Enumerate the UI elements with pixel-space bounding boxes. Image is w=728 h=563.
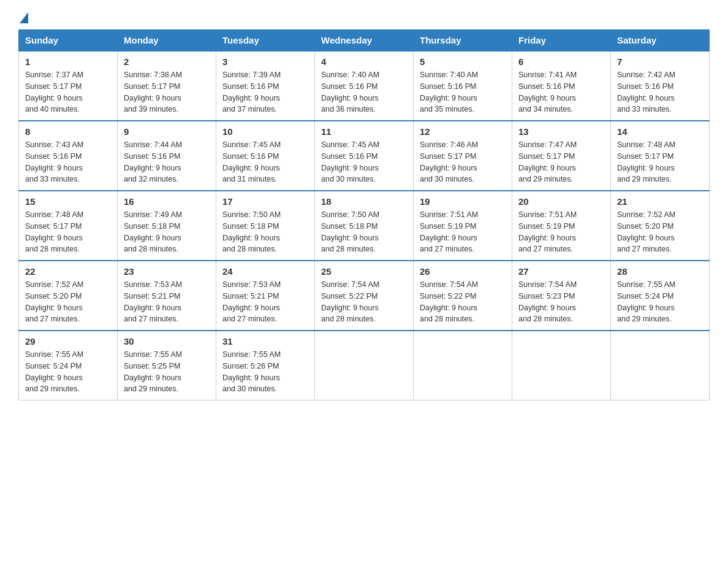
- day-info: Sunrise: 7:38 AMSunset: 5:17 PMDaylight:…: [124, 69, 210, 115]
- calendar-cell: 28 Sunrise: 7:55 AMSunset: 5:24 PMDaylig…: [611, 261, 710, 331]
- calendar-cell: 16 Sunrise: 7:49 AMSunset: 5:18 PMDaylig…: [118, 191, 216, 261]
- day-info: Sunrise: 7:41 AMSunset: 5:16 PMDaylight:…: [518, 69, 604, 115]
- day-info: Sunrise: 7:54 AMSunset: 5:22 PMDaylight:…: [420, 279, 506, 325]
- day-number: 6: [518, 56, 604, 67]
- day-number: 15: [25, 196, 111, 207]
- day-info: Sunrise: 7:42 AMSunset: 5:16 PMDaylight:…: [617, 69, 703, 115]
- day-info: Sunrise: 7:52 AMSunset: 5:20 PMDaylight:…: [25, 279, 111, 325]
- day-number: 5: [420, 56, 506, 67]
- day-number: 28: [617, 266, 703, 277]
- day-number: 19: [420, 196, 506, 207]
- calendar-cell: 19 Sunrise: 7:51 AMSunset: 5:19 PMDaylig…: [414, 191, 512, 261]
- calendar-cell: 18 Sunrise: 7:50 AMSunset: 5:18 PMDaylig…: [315, 191, 414, 261]
- day-number: 12: [420, 126, 506, 137]
- day-info: Sunrise: 7:52 AMSunset: 5:20 PMDaylight:…: [617, 209, 703, 255]
- calendar-cell: 30 Sunrise: 7:55 AMSunset: 5:25 PMDaylig…: [118, 331, 216, 400]
- day-number: 16: [124, 196, 210, 207]
- day-info: Sunrise: 7:51 AMSunset: 5:19 PMDaylight:…: [518, 209, 604, 255]
- day-number: 8: [25, 126, 111, 137]
- weekday-header-sunday: Sunday: [19, 30, 118, 52]
- day-info: Sunrise: 7:50 AMSunset: 5:18 PMDaylight:…: [321, 209, 407, 255]
- weekday-header-saturday: Saturday: [611, 30, 710, 52]
- calendar-cell: 11 Sunrise: 7:45 AMSunset: 5:16 PMDaylig…: [315, 121, 414, 191]
- calendar-cell: 13 Sunrise: 7:47 AMSunset: 5:17 PMDaylig…: [512, 121, 611, 191]
- calendar-table: SundayMondayTuesdayWednesdayThursdayFrid…: [18, 29, 710, 400]
- calendar-cell: 8 Sunrise: 7:43 AMSunset: 5:16 PMDayligh…: [19, 121, 118, 191]
- day-info: Sunrise: 7:55 AMSunset: 5:24 PMDaylight:…: [25, 349, 111, 395]
- day-info: Sunrise: 7:55 AMSunset: 5:25 PMDaylight:…: [124, 349, 210, 395]
- day-number: 9: [124, 126, 210, 137]
- calendar-cell: 3 Sunrise: 7:39 AMSunset: 5:16 PMDayligh…: [216, 51, 315, 121]
- calendar-cell: [414, 331, 512, 400]
- weekday-header-tuesday: Tuesday: [216, 30, 315, 52]
- day-number: 11: [321, 126, 407, 137]
- day-number: 13: [518, 126, 604, 137]
- day-info: Sunrise: 7:54 AMSunset: 5:22 PMDaylight:…: [321, 279, 407, 325]
- calendar-cell: 25 Sunrise: 7:54 AMSunset: 5:22 PMDaylig…: [315, 261, 414, 331]
- day-info: Sunrise: 7:45 AMSunset: 5:16 PMDaylight:…: [222, 139, 308, 185]
- week-row-4: 22 Sunrise: 7:52 AMSunset: 5:20 PMDaylig…: [19, 261, 710, 331]
- calendar-cell: 26 Sunrise: 7:54 AMSunset: 5:22 PMDaylig…: [414, 261, 512, 331]
- weekday-header-monday: Monday: [118, 30, 216, 52]
- day-info: Sunrise: 7:54 AMSunset: 5:23 PMDaylight:…: [518, 279, 604, 325]
- calendar-cell: 1 Sunrise: 7:37 AMSunset: 5:17 PMDayligh…: [19, 51, 118, 121]
- calendar-cell: [611, 331, 710, 400]
- day-number: 18: [321, 196, 407, 207]
- day-number: 10: [222, 126, 308, 137]
- logo-triangle-icon: [20, 12, 28, 23]
- weekday-header-wednesday: Wednesday: [315, 30, 414, 52]
- week-row-5: 29 Sunrise: 7:55 AMSunset: 5:24 PMDaylig…: [19, 331, 710, 400]
- day-number: 22: [25, 266, 111, 277]
- day-info: Sunrise: 7:39 AMSunset: 5:16 PMDaylight:…: [222, 69, 308, 115]
- weekday-header-row: SundayMondayTuesdayWednesdayThursdayFrid…: [19, 30, 710, 52]
- calendar-cell: 24 Sunrise: 7:53 AMSunset: 5:21 PMDaylig…: [216, 261, 315, 331]
- calendar-cell: 14 Sunrise: 7:48 AMSunset: 5:17 PMDaylig…: [611, 121, 710, 191]
- weekday-header-thursday: Thursday: [414, 30, 512, 52]
- week-row-1: 1 Sunrise: 7:37 AMSunset: 5:17 PMDayligh…: [19, 51, 710, 121]
- week-row-2: 8 Sunrise: 7:43 AMSunset: 5:16 PMDayligh…: [19, 121, 710, 191]
- day-number: 1: [25, 56, 111, 67]
- calendar-cell: 5 Sunrise: 7:40 AMSunset: 5:16 PMDayligh…: [414, 51, 512, 121]
- calendar-cell: 20 Sunrise: 7:51 AMSunset: 5:19 PMDaylig…: [512, 191, 611, 261]
- day-info: Sunrise: 7:44 AMSunset: 5:16 PMDaylight:…: [124, 139, 210, 185]
- calendar-cell: [512, 331, 611, 400]
- day-number: 29: [25, 336, 111, 347]
- calendar-cell: 27 Sunrise: 7:54 AMSunset: 5:23 PMDaylig…: [512, 261, 611, 331]
- day-number: 2: [124, 56, 210, 67]
- day-info: Sunrise: 7:48 AMSunset: 5:17 PMDaylight:…: [25, 209, 111, 255]
- day-info: Sunrise: 7:49 AMSunset: 5:18 PMDaylight:…: [124, 209, 210, 255]
- calendar-cell: 17 Sunrise: 7:50 AMSunset: 5:18 PMDaylig…: [216, 191, 315, 261]
- day-number: 20: [518, 196, 604, 207]
- calendar-cell: [315, 331, 414, 400]
- day-info: Sunrise: 7:53 AMSunset: 5:21 PMDaylight:…: [222, 279, 308, 325]
- day-number: 24: [222, 266, 308, 277]
- day-info: Sunrise: 7:53 AMSunset: 5:21 PMDaylight:…: [124, 279, 210, 325]
- day-info: Sunrise: 7:47 AMSunset: 5:17 PMDaylight:…: [518, 139, 604, 185]
- day-info: Sunrise: 7:55 AMSunset: 5:26 PMDaylight:…: [222, 349, 308, 395]
- day-number: 26: [420, 266, 506, 277]
- week-row-3: 15 Sunrise: 7:48 AMSunset: 5:17 PMDaylig…: [19, 191, 710, 261]
- day-info: Sunrise: 7:40 AMSunset: 5:16 PMDaylight:…: [321, 69, 407, 115]
- day-number: 17: [222, 196, 308, 207]
- day-number: 21: [617, 196, 703, 207]
- calendar-cell: 4 Sunrise: 7:40 AMSunset: 5:16 PMDayligh…: [315, 51, 414, 121]
- day-number: 7: [617, 56, 703, 67]
- logo: [18, 12, 29, 23]
- calendar-cell: 12 Sunrise: 7:46 AMSunset: 5:17 PMDaylig…: [414, 121, 512, 191]
- calendar-cell: 10 Sunrise: 7:45 AMSunset: 5:16 PMDaylig…: [216, 121, 315, 191]
- page-header: [18, 12, 710, 23]
- calendar-cell: 6 Sunrise: 7:41 AMSunset: 5:16 PMDayligh…: [512, 51, 611, 121]
- calendar-cell: 21 Sunrise: 7:52 AMSunset: 5:20 PMDaylig…: [611, 191, 710, 261]
- day-info: Sunrise: 7:50 AMSunset: 5:18 PMDaylight:…: [222, 209, 308, 255]
- calendar-cell: 22 Sunrise: 7:52 AMSunset: 5:20 PMDaylig…: [19, 261, 118, 331]
- day-info: Sunrise: 7:45 AMSunset: 5:16 PMDaylight:…: [321, 139, 407, 185]
- day-info: Sunrise: 7:40 AMSunset: 5:16 PMDaylight:…: [420, 69, 506, 115]
- day-number: 25: [321, 266, 407, 277]
- day-info: Sunrise: 7:37 AMSunset: 5:17 PMDaylight:…: [25, 69, 111, 115]
- calendar-cell: 31 Sunrise: 7:55 AMSunset: 5:26 PMDaylig…: [216, 331, 315, 400]
- calendar-cell: 15 Sunrise: 7:48 AMSunset: 5:17 PMDaylig…: [19, 191, 118, 261]
- day-number: 23: [124, 266, 210, 277]
- day-info: Sunrise: 7:46 AMSunset: 5:17 PMDaylight:…: [420, 139, 506, 185]
- weekday-header-friday: Friday: [512, 30, 611, 52]
- day-number: 14: [617, 126, 703, 137]
